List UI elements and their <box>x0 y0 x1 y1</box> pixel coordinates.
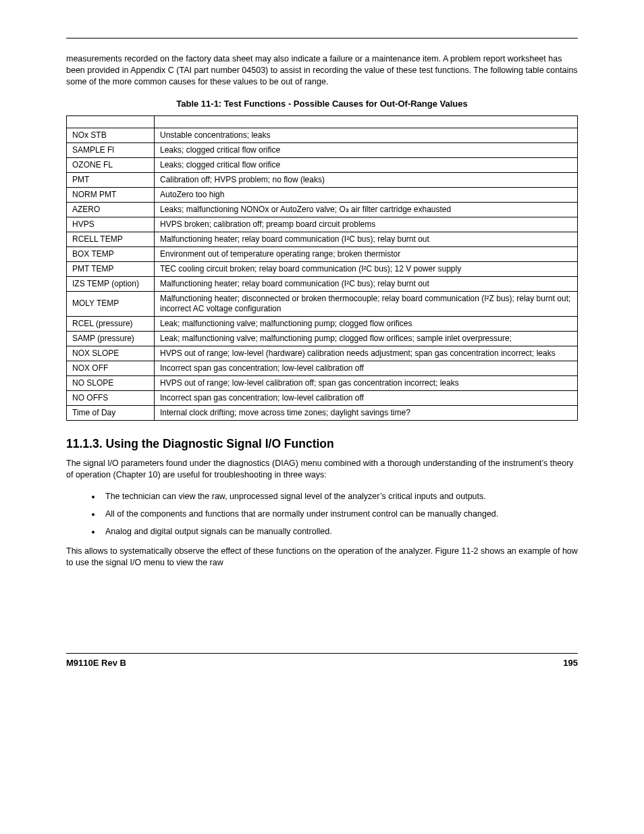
row-name: SAMPLE Fl <box>67 142 155 157</box>
manual-page: measurements recorded on the factory dat… <box>0 0 644 834</box>
table-row: HVPSHVPS broken; calibration off; preamp… <box>67 217 578 232</box>
table-row: OZONE FLLeaks; clogged critical flow ori… <box>67 157 578 172</box>
table-row: NO OFFSIncorrect span gas concentration;… <box>67 390 578 405</box>
table-row: SAMPLE FlLeaks; clogged critical flow or… <box>67 142 578 157</box>
row-cause: HVPS broken; calibration off; preamp boa… <box>155 217 578 232</box>
row-cause: Unstable concentrations; leaks <box>155 128 578 142</box>
table-row: BOX TEMPEnvironment out of temperature o… <box>67 246 578 261</box>
row-name: IZS TEMP (option) <box>67 276 155 291</box>
table-row: NORM PMTAutoZero too high <box>67 187 578 202</box>
row-name: MOLY TEMP <box>67 291 155 316</box>
list-item: Analog and digital output signals can be… <box>101 526 578 538</box>
row-name: OZONE FL <box>67 157 155 172</box>
table-row: PMTCalibration off; HVPS problem; no flo… <box>67 172 578 187</box>
row-cause: Leak; malfunctioning valve; malfunctioni… <box>155 316 578 331</box>
table-row: MOLY TEMPMalfunctioning heater; disconne… <box>67 291 578 316</box>
footer-doc-id: M9110E Rev B <box>66 658 126 668</box>
intro-paragraph: measurements recorded on the factory dat… <box>66 53 578 88</box>
row-cause: Leaks; clogged critical flow orifice <box>155 157 578 172</box>
table-header-row <box>67 115 578 128</box>
row-name: PMT <box>67 172 155 187</box>
test-functions-table: NOx STBUnstable concentrations; leaks SA… <box>66 115 578 421</box>
row-cause: TEC cooling circuit broken; relay board … <box>155 261 578 276</box>
row-cause: Environment out of temperature operating… <box>155 246 578 261</box>
row-cause: HVPS out of range; low-level calibration… <box>155 375 578 390</box>
table-row: IZS TEMP (option)Malfunctioning heater; … <box>67 276 578 291</box>
table-row: NOX SLOPEHVPS out of range; low-level (h… <box>67 346 578 361</box>
row-name: NO OFFS <box>67 390 155 405</box>
row-cause: Incorrect span gas concentration; low-le… <box>155 390 578 405</box>
row-name: HVPS <box>67 217 155 232</box>
row-cause: Leaks; clogged critical flow orifice <box>155 142 578 157</box>
diagnostic-bullet-list: The technician can view the raw, unproce… <box>66 491 578 538</box>
row-name: NOX OFF <box>67 361 155 375</box>
row-cause: HVPS out of range; low-level (hardware) … <box>155 346 578 361</box>
table-row: AZEROLeaks; malfunctioning NONOx or Auto… <box>67 202 578 217</box>
list-item: The technician can view the raw, unproce… <box>101 491 578 502</box>
page-footer: M9110E Rev B 195 <box>66 653 578 668</box>
table-row: SAMP (pressure)Leak; malfunctioning valv… <box>67 331 578 346</box>
table-row: Time of DayInternal clock drifting; move… <box>67 405 578 420</box>
section-heading: 11.1.3. Using the Diagnostic Signal I/O … <box>66 437 578 451</box>
diagnostic-intro-paragraph: The signal I/O parameters found under th… <box>66 458 578 481</box>
header-cell-name <box>67 115 155 128</box>
footer-page-number: 195 <box>563 658 578 668</box>
row-name: BOX TEMP <box>67 246 155 261</box>
header-rule <box>66 38 578 38</box>
row-cause: Leak; malfunctioning valve; malfunctioni… <box>155 331 578 346</box>
row-cause: Malfunctioning heater; disconnected or b… <box>155 291 578 316</box>
row-name: NOX SLOPE <box>67 346 155 361</box>
row-name: PMT TEMP <box>67 261 155 276</box>
table-row: RCELL TEMPMalfunctioning heater; relay b… <box>67 232 578 246</box>
row-cause: Calibration off; HVPS problem; no flow (… <box>155 172 578 187</box>
closing-paragraph: This allows to systematically observe th… <box>66 546 578 569</box>
row-cause: Malfunctioning heater; relay board commu… <box>155 232 578 246</box>
row-name: RCELL TEMP <box>67 232 155 246</box>
header-cell-cause <box>155 115 578 128</box>
list-item: All of the components and functions that… <box>101 509 578 520</box>
row-name: AZERO <box>67 202 155 217</box>
row-name: NORM PMT <box>67 187 155 202</box>
row-cause: Incorrect span gas concentration; low-le… <box>155 361 578 375</box>
row-cause: Malfunctioning heater; relay board commu… <box>155 276 578 291</box>
row-cause: Internal clock drifting; move across tim… <box>155 405 578 420</box>
table-row: RCEL (pressure)Leak; malfunctioning valv… <box>67 316 578 331</box>
row-cause: Leaks; malfunctioning NONOx or AutoZero … <box>155 202 578 217</box>
table-row: NOx STBUnstable concentrations; leaks <box>67 128 578 142</box>
table-caption: Table 11-1: Test Functions - Possible Ca… <box>66 99 578 109</box>
table-row: NOX OFFIncorrect span gas concentration;… <box>67 361 578 375</box>
row-name: NO SLOPE <box>67 375 155 390</box>
row-name: Time of Day <box>67 405 155 420</box>
table-row: PMT TEMPTEC cooling circuit broken; rela… <box>67 261 578 276</box>
row-cause: AutoZero too high <box>155 187 578 202</box>
table-row: NO SLOPEHVPS out of range; low-level cal… <box>67 375 578 390</box>
row-name: RCEL (pressure) <box>67 316 155 331</box>
row-name: SAMP (pressure) <box>67 331 155 346</box>
row-name: NOx STB <box>67 128 155 142</box>
